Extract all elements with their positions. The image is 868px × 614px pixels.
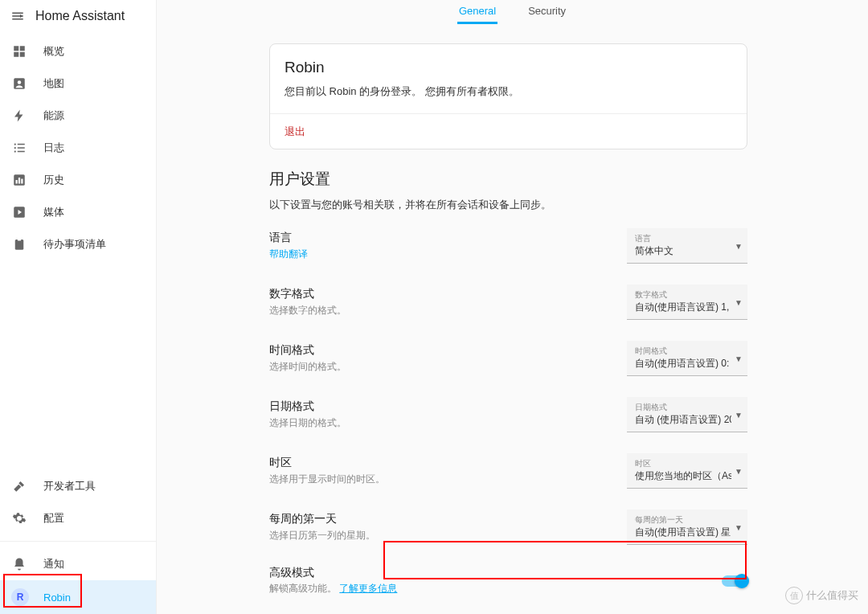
- sidebar-item-todo[interactable]: 待办事项清单: [0, 228, 156, 260]
- sidebar-item-logbook[interactable]: 日志: [0, 132, 156, 164]
- setting-row-timezone: 时区 选择用于显示时间的时区。 时区 使用您当地的时区（As ▼: [269, 453, 747, 489]
- nav-primary: 概览 地图 能源 日志 历史 媒体: [0, 32, 156, 260]
- sidebar-item-label: 历史: [43, 173, 64, 187]
- sidebar-item-label: 地图: [43, 76, 64, 91]
- setting-subtitle: 选择数字的格式。: [269, 304, 611, 317]
- dashboard-icon: [11, 43, 27, 59]
- svg-rect-15: [21, 179, 23, 184]
- sidebar-item-history[interactable]: 历史: [0, 164, 156, 196]
- sidebar-user-row[interactable]: R Robin: [0, 580, 156, 614]
- profile-name: Robin: [285, 59, 732, 76]
- svg-rect-2: [14, 52, 18, 57]
- menu-collapse-icon[interactable]: [10, 8, 26, 24]
- chevron-down-icon: ▼: [735, 522, 743, 531]
- user-settings-title: 用户设置: [269, 169, 747, 190]
- svg-rect-7: [18, 144, 25, 145]
- chart-icon: [11, 172, 27, 188]
- setting-row-first-day: 每周的第一天 选择日历第一列的星期。 每周的第一天 自动(使用语言设置) 星 ▼: [269, 510, 747, 545]
- nav-secondary: 开发者工具 配置: [0, 467, 156, 534]
- user-settings-desc: 以下设置与您的账号相关联，并将在所有会话和设备上同步。: [269, 198, 747, 212]
- logout-button[interactable]: 退出: [285, 125, 305, 137]
- tab-security[interactable]: Security: [526, 0, 567, 24]
- setting-title: 语言: [269, 231, 611, 245]
- chevron-down-icon: ▼: [735, 241, 743, 250]
- toggle-knob: [735, 574, 749, 588]
- user-settings-section: 用户设置 以下设置与您的账号相关联，并将在所有会话和设备上同步。 语言 帮助翻译…: [269, 169, 747, 596]
- setting-row-number-format: 数字格式 选择数字的格式。 数字格式 自动(使用语言设置) 1, ▼: [269, 284, 747, 320]
- sidebar-user-name: Robin: [43, 591, 71, 604]
- avatar: R: [11, 588, 29, 606]
- help-translate-link[interactable]: 帮助翻译: [269, 248, 308, 261]
- list-icon: [11, 140, 27, 156]
- account-box-icon: [11, 76, 27, 92]
- sidebar-item-label: 能源: [43, 108, 64, 123]
- svg-rect-18: [18, 239, 22, 241]
- hammer-icon: [11, 478, 27, 494]
- chevron-down-icon: ▼: [735, 466, 743, 475]
- sidebar-item-label: 通知: [43, 557, 64, 571]
- setting-title: 时间格式: [269, 343, 611, 358]
- svg-rect-13: [16, 180, 18, 184]
- clipboard-icon: [11, 236, 27, 252]
- play-icon: [11, 204, 27, 220]
- sidebar-item-settings[interactable]: 配置: [0, 502, 156, 534]
- time-format-dropdown[interactable]: 时间格式 自动(使用语言设置) 0: ▼: [627, 341, 747, 376]
- setting-title: 日期格式: [269, 399, 611, 414]
- learn-more-link[interactable]: 了解更多信息: [339, 583, 397, 594]
- advanced-mode-title: 高级模式: [269, 566, 397, 580]
- setting-title: 时区: [269, 456, 611, 470]
- sidebar-item-notifications[interactable]: 通知: [0, 548, 156, 580]
- chevron-down-icon: ▼: [735, 410, 743, 419]
- sidebar-item-media[interactable]: 媒体: [0, 196, 156, 228]
- svg-rect-0: [14, 46, 18, 51]
- product-title: Home Assistant: [35, 9, 125, 23]
- setting-subtitle: 选择时间的格式。: [269, 360, 611, 374]
- svg-point-6: [14, 143, 16, 145]
- setting-subtitle: 选择用于显示时间的时区。: [269, 473, 611, 486]
- setting-title: 数字格式: [269, 287, 611, 301]
- svg-rect-17: [15, 239, 24, 250]
- sidebar-item-label: 待办事项清单: [43, 237, 106, 252]
- setting-row-language: 语言 帮助翻译 语言 简体中文 ▼: [269, 228, 747, 264]
- svg-point-5: [18, 80, 22, 84]
- language-dropdown[interactable]: 语言 简体中文 ▼: [627, 228, 747, 264]
- sidebar-item-label: 开发者工具: [43, 479, 96, 493]
- svg-rect-3: [20, 52, 25, 57]
- setting-title: 每周的第一天: [269, 512, 611, 526]
- sidebar-item-label: 配置: [43, 511, 64, 526]
- sidebar-item-energy[interactable]: 能源: [0, 100, 156, 132]
- number-format-dropdown[interactable]: 数字格式 自动(使用语言设置) 1, ▼: [627, 284, 747, 320]
- bolt-icon: [11, 108, 27, 124]
- svg-point-10: [14, 150, 16, 152]
- sidebar-item-label: 媒体: [43, 205, 64, 219]
- tab-general[interactable]: General: [457, 0, 497, 24]
- sidebar-item-devtools[interactable]: 开发者工具: [0, 470, 156, 502]
- svg-rect-1: [20, 46, 25, 51]
- tabs: General Security: [157, 0, 868, 24]
- setting-subtitle: 选择日历第一列的星期。: [269, 529, 611, 542]
- sidebar-item-label: 概览: [43, 44, 64, 59]
- main-content: General Security Robin 您目前以 Robin 的身份登录。…: [157, 0, 868, 614]
- setting-row-advanced-mode: 高级模式 解锁高级功能。 了解更多信息: [269, 566, 747, 596]
- setting-row-time-format: 时间格式 选择时间的格式。 时间格式 自动(使用语言设置) 0: ▼: [269, 341, 747, 376]
- timezone-dropdown[interactable]: 时区 使用您当地的时区（As ▼: [627, 453, 747, 489]
- svg-rect-9: [18, 147, 25, 149]
- advanced-mode-subtitle: 解锁高级功能。 了解更多信息: [269, 582, 397, 596]
- setting-subtitle: 选择日期的格式。: [269, 416, 611, 430]
- chevron-down-icon: ▼: [735, 354, 743, 362]
- gear-icon: [11, 510, 27, 526]
- date-format-dropdown[interactable]: 日期格式 自动 (使用语言设置) 20 ▼: [627, 397, 747, 432]
- svg-rect-11: [18, 151, 25, 153]
- sidebar-item-overview[interactable]: 概览: [0, 35, 156, 68]
- sidebar: Home Assistant 概览 地图 能源 日志 历史: [0, 0, 157, 614]
- bell-icon: [11, 556, 27, 572]
- sidebar-item-label: 日志: [43, 141, 64, 155]
- svg-rect-14: [18, 178, 20, 184]
- first-day-dropdown[interactable]: 每周的第一天 自动(使用语言设置) 星 ▼: [627, 510, 747, 545]
- profile-card: Robin 您目前以 Robin 的身份登录。 您拥有所有者权限。 退出: [269, 43, 747, 149]
- profile-desc: 您目前以 Robin 的身份登录。 您拥有所有者权限。: [285, 84, 732, 99]
- advanced-mode-toggle[interactable]: [722, 575, 747, 587]
- setting-row-date-format: 日期格式 选择日期的格式。 日期格式 自动 (使用语言设置) 20 ▼: [269, 397, 747, 432]
- sidebar-item-map[interactable]: 地图: [0, 68, 156, 100]
- svg-point-8: [14, 147, 16, 149]
